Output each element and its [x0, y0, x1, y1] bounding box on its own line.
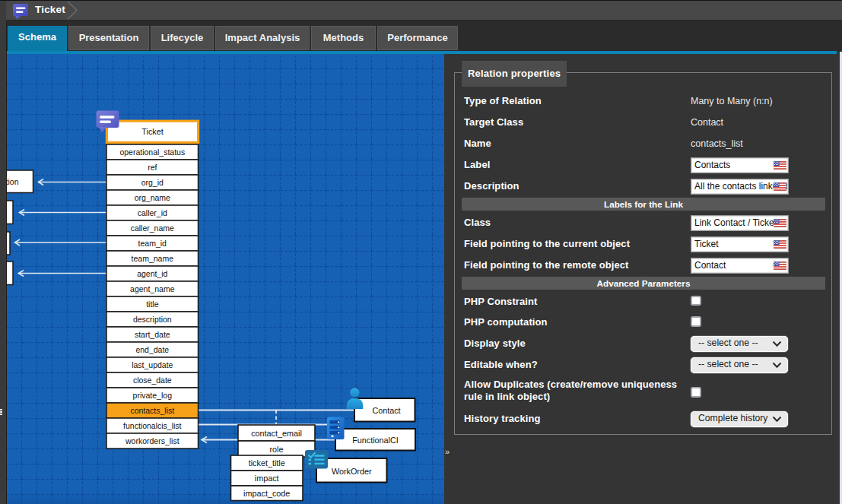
svg-text:team_name: team_name — [132, 254, 174, 263]
svg-text:caller_id: caller_id — [138, 208, 167, 217]
svg-text:agent_name: agent_name — [130, 284, 175, 293]
svg-text:Ticket: Ticket — [141, 127, 163, 136]
svg-text:WorkOrder: WorkOrder — [332, 467, 372, 476]
svg-text:caller_name: caller_name — [131, 223, 174, 233]
svg-text:FunctionalCI: FunctionalCI — [352, 436, 399, 445]
svg-text:start_date: start_date — [135, 330, 170, 339]
svg-text:Contact: Contact — [372, 406, 400, 415]
svg-text:contacts_list: contacts_list — [130, 406, 174, 415]
svg-text:ticket_title: ticket_title — [249, 458, 285, 468]
svg-text:description: description — [133, 315, 172, 324]
svg-text:title: title — [146, 300, 159, 309]
svg-text:impact_code: impact_code — [243, 489, 290, 498]
svg-text:role: role — [269, 445, 283, 454]
svg-text:end_date: end_date — [135, 345, 169, 354]
svg-text:operational_status: operational_status — [119, 147, 185, 157]
svg-text:private_log: private_log — [133, 391, 173, 400]
svg-text:Organization: Organization — [7, 177, 19, 186]
svg-text:workorders_list: workorders_list — [125, 436, 180, 445]
svg-text:ref: ref — [148, 163, 157, 172]
svg-text:org_name: org_name — [135, 193, 170, 202]
svg-text:contact_email: contact_email — [251, 429, 302, 438]
svg-text:close_date: close_date — [133, 376, 172, 385]
svg-text:team_id: team_id — [138, 239, 167, 248]
svg-text:functionalcis_list: functionalcis_list — [123, 421, 182, 430]
svg-text:agent_id: agent_id — [137, 269, 167, 278]
svg-text:org_id: org_id — [141, 178, 164, 187]
svg-text:last_update: last_update — [132, 360, 173, 369]
svg-text:impact: impact — [255, 474, 279, 483]
